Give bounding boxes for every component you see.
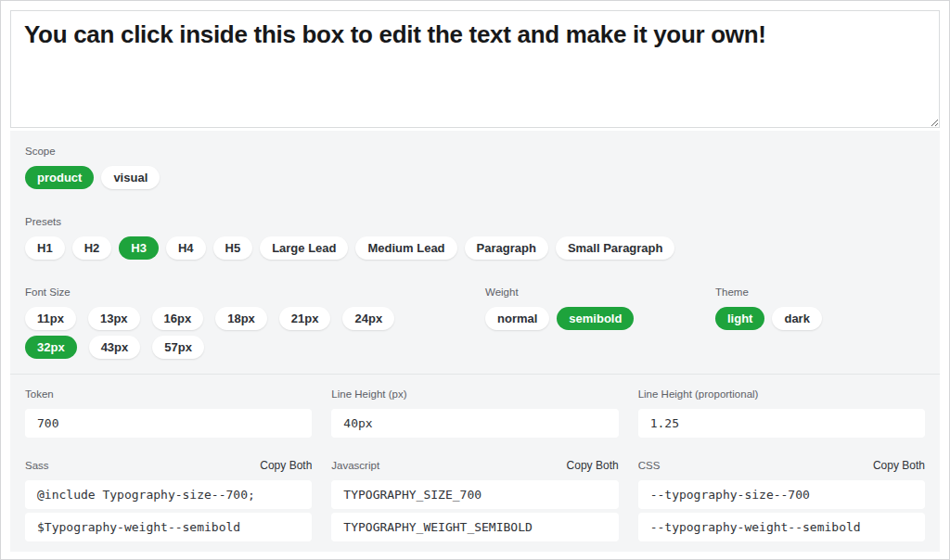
weight-group: Weight normal semibold — [485, 286, 715, 330]
line-height-px-input[interactable] — [331, 409, 618, 438]
theme-options: light dark — [715, 307, 822, 330]
preview-text-editor[interactable]: You can click inside this box to edit th… — [10, 10, 940, 128]
controls-panel: Scope product visual Presets H1 H2 — [10, 131, 940, 552]
css-header: CSS Copy Both — [638, 459, 925, 472]
presets-group: Presets H1 H2 H3 H4 H5 Large Lead — [25, 216, 925, 260]
javascript-size-code[interactable]: TYPOGRAPHY_SIZE_700 — [331, 480, 618, 509]
token-fields-row: Token Line Height (px) Line Height (prop… — [25, 388, 925, 438]
weight-pill[interactable]: normal — [485, 307, 549, 330]
scope-pill[interactable]: product — [25, 166, 94, 189]
preset-pill[interactable]: H3 — [119, 236, 159, 260]
font-size-pill[interactable]: 21px — [279, 307, 331, 330]
font-size-pill[interactable]: 18px — [215, 307, 267, 330]
sass-copy-both-button[interactable]: Copy Both — [260, 459, 312, 472]
scope-options: product visual — [25, 166, 925, 189]
code-col-javascript: Javascript Copy Both TYPOGRAPHY_SIZE_700… — [331, 459, 618, 541]
font-size-label: Font Size — [25, 286, 452, 299]
preset-pill[interactable]: Paragraph — [465, 236, 548, 260]
weight-options: normal semibold — [485, 307, 715, 330]
scope-group: Scope product visual — [25, 146, 925, 189]
sass-label: Sass — [25, 460, 49, 472]
css-size-code[interactable]: --typography-size--700 — [638, 480, 925, 509]
javascript-weight-code[interactable]: TYPOGRAPHY_WEIGHT_SEMIBOLD — [331, 513, 618, 541]
font-weight-theme-row: Font Size 11px 13px 16px 18px 21px — [25, 286, 925, 359]
css-copy-both-button[interactable]: Copy Both — [873, 459, 925, 472]
theme-pill[interactable]: light — [715, 307, 764, 330]
font-size-pill[interactable]: 57px — [152, 336, 204, 359]
controls-section: Scope product visual Presets H1 H2 — [10, 131, 940, 374]
sass-size-code[interactable]: @include Typography-size--700; — [25, 480, 312, 509]
token-label: Token — [25, 388, 312, 401]
css-label: CSS — [638, 460, 661, 472]
preset-pill[interactable]: Medium Lead — [355, 236, 456, 260]
sass-header: Sass Copy Both — [25, 459, 312, 472]
font-size-options: 11px 13px 16px 18px 21px 24px 32px — [25, 307, 452, 359]
theme-group: Theme light dark — [715, 286, 822, 330]
code-col-css: CSS Copy Both --typography-size--700 --t… — [638, 459, 925, 541]
font-size-pill[interactable]: 32px — [25, 336, 77, 359]
field-line-height-proportional: Line Height (proportional) — [638, 388, 925, 438]
font-size-group: Font Size 11px 13px 16px 18px 21px — [25, 286, 452, 359]
theme-pill[interactable]: dark — [772, 307, 821, 330]
page-frame: You can click inside this box to edit th… — [0, 0, 950, 560]
weight-label: Weight — [485, 286, 715, 299]
font-size-pill[interactable]: 43px — [89, 336, 141, 359]
font-size-pill[interactable]: 13px — [88, 307, 140, 330]
scope-label: Scope — [25, 146, 925, 158]
font-size-pill[interactable]: 24px — [342, 307, 394, 330]
line-height-proportional-label: Line Height (proportional) — [638, 388, 925, 401]
preset-pill[interactable]: Small Paragraph — [556, 236, 675, 260]
presets-label: Presets — [25, 216, 925, 228]
field-line-height-px: Line Height (px) — [331, 388, 618, 438]
sass-weight-code[interactable]: $Typography-weight--semibold — [25, 513, 312, 541]
javascript-copy-both-button[interactable]: Copy Both — [567, 459, 619, 472]
preset-pill[interactable]: Large Lead — [260, 236, 348, 260]
code-col-sass: Sass Copy Both @include Typography-size-… — [25, 459, 312, 541]
javascript-header: Javascript Copy Both — [331, 459, 618, 472]
css-weight-code[interactable]: --typography-weight--semibold — [638, 513, 925, 541]
line-height-proportional-input[interactable] — [638, 409, 925, 438]
preset-pill[interactable]: H5 — [213, 236, 253, 260]
weight-pill[interactable]: semibold — [557, 307, 634, 330]
code-columns-row: Sass Copy Both @include Typography-size-… — [25, 459, 925, 541]
scope-pill[interactable]: visual — [101, 166, 160, 189]
font-size-pill[interactable]: 11px — [25, 307, 76, 330]
preset-pill[interactable]: H1 — [25, 236, 65, 260]
token-input[interactable] — [25, 409, 312, 438]
line-height-px-label: Line Height (px) — [331, 388, 618, 401]
field-token: Token — [25, 388, 312, 438]
preset-pill[interactable]: H4 — [166, 236, 206, 260]
theme-label: Theme — [715, 286, 822, 299]
javascript-label: Javascript — [331, 460, 379, 472]
presets-options: H1 H2 H3 H4 H5 Large Lead Medium Lead P — [25, 236, 925, 260]
preset-pill[interactable]: H2 — [72, 236, 112, 260]
outputs-section: Token Line Height (px) Line Height (prop… — [10, 375, 940, 552]
font-size-pill[interactable]: 16px — [152, 307, 204, 330]
